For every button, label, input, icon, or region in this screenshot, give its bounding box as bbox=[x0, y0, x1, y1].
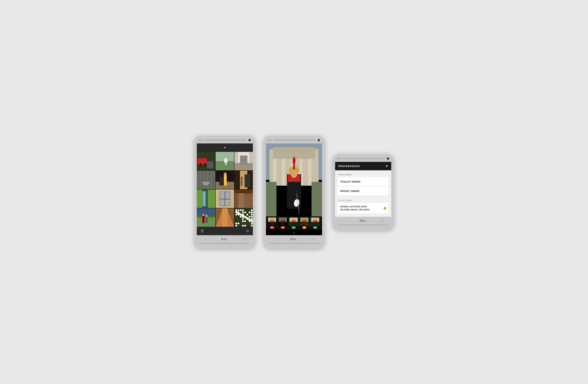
home-button-1[interactable]: ⌂ bbox=[243, 237, 245, 241]
back-button-3[interactable]: ‹ bbox=[343, 219, 344, 223]
photo-cell-7[interactable] bbox=[197, 190, 215, 208]
filter-strip: B1 B5 C1 F2 G3 M3 bbox=[266, 216, 322, 230]
phone-nav-1: ‹ htc ⌂ bbox=[197, 237, 253, 242]
photo-cell-11[interactable] bbox=[216, 208, 234, 227]
prefs-screen: PREFERENCES ✕ Editing options: TOOLKIT O… bbox=[335, 162, 391, 217]
htc-logo-2: htc bbox=[291, 237, 297, 241]
photo-cell-1[interactable] bbox=[197, 152, 215, 170]
prefs-spacer bbox=[338, 196, 389, 199]
grid-screen: + bbox=[197, 143, 253, 235]
dot-1 bbox=[199, 140, 200, 141]
phone-top-1 bbox=[197, 139, 253, 143]
expand-icon[interactable]: ▲ bbox=[293, 231, 295, 234]
editor-screen: B1 B5 C1 F2 G3 M3 ▲ bbox=[266, 143, 322, 235]
add-button[interactable]: + bbox=[224, 145, 226, 150]
phone-nav-3: ‹ htc ⌂ bbox=[335, 218, 391, 223]
filter-c1[interactable]: C1 bbox=[289, 217, 299, 229]
phone-dots-1 bbox=[199, 140, 202, 141]
prefs-body: Editing options: TOOLKIT ORDER PRESET OR… bbox=[335, 170, 391, 217]
home-button-3[interactable]: ⌂ bbox=[382, 219, 383, 223]
phone-nav-2: ‹ htc ⌂ bbox=[266, 237, 322, 242]
photo-cell-5[interactable] bbox=[216, 171, 234, 189]
phone-speaker-1 bbox=[204, 139, 246, 141]
dot-4 bbox=[270, 140, 272, 141]
phone-dots-2 bbox=[268, 140, 272, 141]
bottom-speaker-1 bbox=[200, 243, 250, 244]
photo-cell-12[interactable] bbox=[234, 208, 253, 227]
filter-b5[interactable]: B5 bbox=[278, 217, 288, 229]
photo-cell-9[interactable] bbox=[234, 190, 253, 208]
photo-cell-3[interactable] bbox=[234, 152, 253, 170]
filter-b1[interactable]: B1 bbox=[267, 217, 277, 229]
back-button-1[interactable]: ‹ bbox=[205, 237, 206, 241]
phone-bottom-1: ‹ htc ⌂ bbox=[197, 235, 253, 244]
preset-order-option[interactable]: PRESET ORDER bbox=[338, 187, 389, 196]
phone-camera-3 bbox=[387, 157, 389, 160]
phone-dots-3 bbox=[337, 158, 341, 159]
photo-grid bbox=[197, 152, 253, 227]
phone-camera-2 bbox=[317, 139, 320, 141]
photo-cell-2[interactable] bbox=[216, 152, 234, 170]
bottom-speaker-3 bbox=[338, 224, 389, 226]
htc-logo-3: htc bbox=[360, 219, 366, 223]
phone-grid: + bbox=[194, 135, 255, 249]
phone-camera-1 bbox=[248, 139, 251, 141]
editor-toolbar: ▲ bbox=[266, 230, 322, 235]
prefs-header: PREFERENCES ✕ bbox=[335, 162, 391, 170]
filter-f2[interactable]: F2 bbox=[299, 217, 309, 229]
phone-speaker-2 bbox=[273, 139, 315, 141]
filter-m3[interactable]: M3 bbox=[321, 217, 322, 229]
dot-5 bbox=[337, 158, 338, 159]
phone-editor: B1 B5 C1 F2 G3 M3 ▲ bbox=[263, 135, 325, 249]
filter-label-b1: B1 bbox=[270, 226, 274, 229]
dot-3 bbox=[268, 140, 269, 141]
filter-g3[interactable]: G3 bbox=[310, 217, 320, 229]
privacy-section-label: Privacy options: bbox=[338, 199, 389, 201]
camera-icon[interactable]: ⊙ bbox=[246, 229, 249, 233]
phone-speaker-3 bbox=[343, 158, 385, 159]
photo-cell-10[interactable] bbox=[197, 208, 215, 227]
filter-label-c1: C1 bbox=[292, 226, 295, 229]
main-photo[interactable] bbox=[266, 143, 322, 216]
phone-bottom-3: ‹ htc ⌂ bbox=[335, 217, 391, 226]
phone-top-2 bbox=[266, 139, 322, 143]
htc-logo-1: htc bbox=[221, 237, 228, 241]
prefs-title: PREFERENCES bbox=[338, 165, 360, 168]
phone-top-3 bbox=[335, 157, 391, 162]
toolkit-order-option[interactable]: TOOLKIT ORDER bbox=[338, 177, 389, 186]
share-location-row[interactable]: SHARE LOCATION DATAON GRID IMAGE UPLOADS bbox=[338, 203, 389, 214]
editing-section-label: Editing options: bbox=[338, 173, 389, 176]
back-button-2[interactable]: ‹ bbox=[274, 237, 275, 241]
filter-label-f2: F2 bbox=[303, 226, 306, 229]
share-location-text: SHARE LOCATION DATAON GRID IMAGE UPLOADS bbox=[340, 205, 382, 211]
home-button-2[interactable]: ⌂ bbox=[313, 237, 314, 241]
grid-header: + bbox=[197, 143, 253, 152]
phone-prefs: PREFERENCES ✕ Editing options: TOOLKIT O… bbox=[333, 154, 394, 230]
photo-cell-6[interactable] bbox=[234, 171, 253, 189]
filter-label-g3: G3 bbox=[313, 226, 317, 229]
photo-cell-8[interactable] bbox=[216, 190, 234, 208]
grid-footer: ☰ ⊙ bbox=[197, 227, 253, 235]
dot-6 bbox=[339, 158, 341, 159]
prefs-close-button[interactable]: ✕ bbox=[385, 164, 388, 168]
toolkit-order-text: TOOLKIT ORDER bbox=[340, 180, 360, 183]
dot-2 bbox=[201, 140, 202, 141]
menu-icon[interactable]: ☰ bbox=[201, 229, 204, 233]
bottom-speaker-2 bbox=[269, 243, 319, 244]
phone-bottom-2: ‹ htc ⌂ bbox=[266, 235, 322, 244]
share-location-toggle[interactable] bbox=[383, 207, 386, 210]
filter-label-b5: B5 bbox=[281, 226, 285, 229]
photo-cell-4[interactable] bbox=[197, 171, 215, 189]
preset-order-text: PRESET ORDER bbox=[340, 190, 359, 192]
